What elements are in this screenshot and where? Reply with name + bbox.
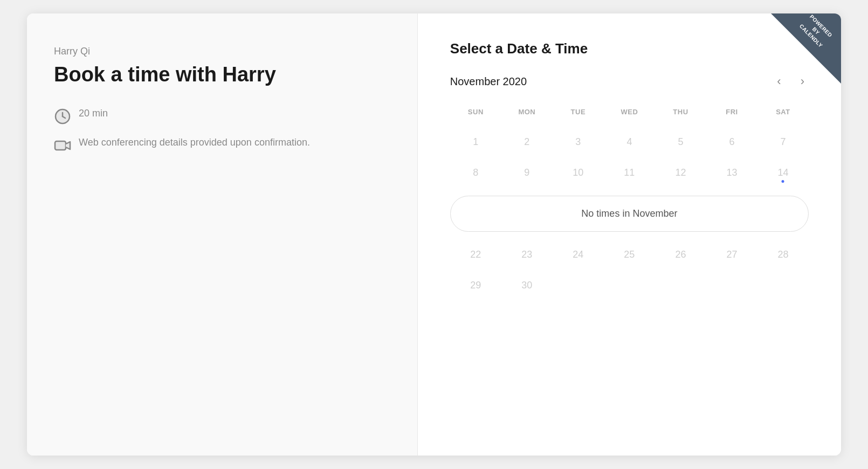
left-panel: Harry Qi Book a time with Harry 20 min [27,13,418,456]
calendar-body: 1 2 3 4 5 6 7 8 9 10 11 12 13 14 [450,127,809,301]
day-25: 25 [604,239,655,270]
calendar-header: November 2020 ‹ › [450,73,809,89]
day-13: 13 [706,157,757,188]
host-name: Harry Qi [54,46,390,57]
day-empty-1 [553,270,604,301]
month-year: November 2020 [450,75,527,88]
day-empty-2 [604,270,655,301]
duration-item: 20 min [54,107,390,125]
booking-title: Book a time with Harry [54,63,390,87]
day-7: 7 [757,127,809,157]
calendar: November 2020 ‹ › SUN MON TUE WED THU FR… [450,73,809,301]
week-2: 8 9 10 11 12 13 14 [450,157,809,188]
dow-thu: THU [655,106,706,118]
video-item: Web conferencing details provided upon c… [54,136,390,154]
dow-wed: WED [604,106,655,118]
day-6: 6 [706,127,757,157]
day-10: 10 [553,157,604,188]
day-9: 9 [501,157,553,188]
day-empty-5 [757,270,809,301]
no-times-container: No times in November [450,188,809,239]
dow-sat: SAT [757,106,809,118]
day-2: 2 [501,127,553,157]
day-1: 1 [450,127,501,157]
dow-tue: TUE [553,106,604,118]
day-11: 11 [604,157,655,188]
day-5: 5 [655,127,706,157]
day-8: 8 [450,157,501,188]
main-container: Harry Qi Book a time with Harry 20 min [27,13,841,456]
day-12: 12 [655,157,706,188]
week-1: 1 2 3 4 5 6 7 [450,127,809,157]
svg-rect-3 [55,141,66,150]
dow-sun: SUN [450,106,501,118]
dow-fri: FRI [706,106,757,118]
week-4: 22 23 24 25 26 27 28 [450,239,809,270]
day-empty-3 [655,270,706,301]
prev-month-button[interactable]: ‹ [773,73,785,89]
day-29: 29 [450,270,501,301]
badge-text: POWEREDBYCalendly [798,13,834,49]
day-28: 28 [757,239,809,270]
nav-buttons: ‹ › [773,73,809,89]
week-5: 29 30 [450,270,809,301]
section-title: Select a Date & Time [450,40,809,57]
day-22: 22 [450,239,501,270]
video-icon [54,137,71,154]
right-panel: POWEREDBYCalendly Select a Date & Time N… [418,13,841,456]
day-30: 30 [501,270,553,301]
duration-text: 20 min [79,107,108,120]
video-text: Web conferencing details provided upon c… [79,136,310,149]
no-times-message: No times in November [450,196,809,232]
day-27: 27 [706,239,757,270]
day-26: 26 [655,239,706,270]
day-24: 24 [553,239,604,270]
days-of-week: SUN MON TUE WED THU FRI SAT [450,106,809,118]
day-3: 3 [553,127,604,157]
clock-icon [54,108,71,125]
dow-mon: MON [501,106,553,118]
next-month-button[interactable]: › [796,73,809,89]
day-empty-4 [706,270,757,301]
day-4: 4 [604,127,655,157]
day-14: 14 [757,157,809,188]
day-23: 23 [501,239,553,270]
